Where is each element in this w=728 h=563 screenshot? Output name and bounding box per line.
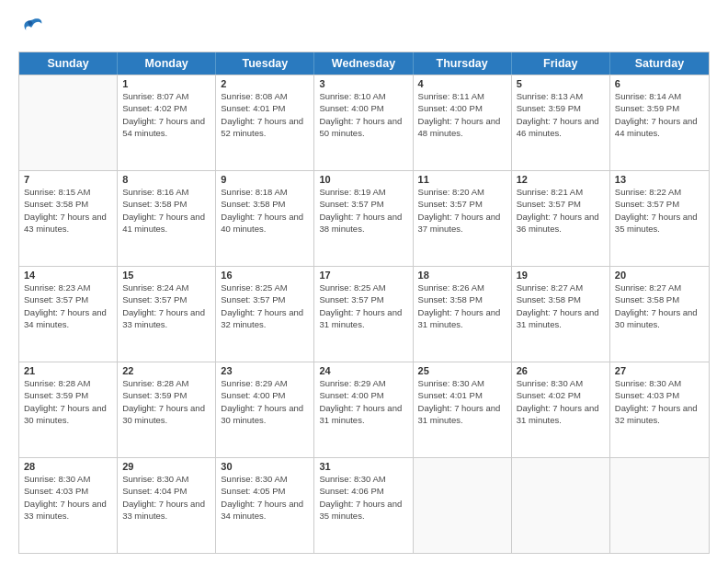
calendar-cell-14: 14Sunrise: 8:23 AMSunset: 3:57 PMDayligh… [19, 267, 118, 362]
cell-day-number: 17 [319, 270, 407, 281]
cell-info: Sunrise: 8:25 AMSunset: 3:57 PMDaylight:… [221, 282, 309, 330]
cell-day-number: 23 [221, 365, 309, 376]
cell-day-number: 2 [221, 78, 309, 89]
cell-info: Sunrise: 8:28 AMSunset: 3:59 PMDaylight:… [24, 377, 112, 426]
header-day-thursday: Thursday [414, 52, 512, 75]
cell-day-number: 9 [221, 174, 309, 185]
cell-info: Sunrise: 8:28 AMSunset: 3:59 PMDaylight:… [122, 377, 210, 426]
cell-day-number: 21 [24, 365, 112, 376]
calendar-cell-23: 23Sunrise: 8:29 AMSunset: 4:00 PMDayligh… [216, 362, 314, 457]
calendar-row-3: 21Sunrise: 8:28 AMSunset: 3:59 PMDayligh… [19, 362, 709, 457]
cell-day-number: 12 [517, 174, 605, 185]
cell-day-number: 11 [418, 174, 506, 185]
cell-day-number: 29 [122, 461, 210, 472]
calendar-cell-7: 7Sunrise: 8:15 AMSunset: 3:58 PMDaylight… [19, 171, 118, 266]
cell-day-number: 25 [418, 365, 506, 376]
cell-info: Sunrise: 8:19 AMSunset: 3:57 PMDaylight:… [319, 186, 407, 235]
cell-info: Sunrise: 8:08 AMSunset: 4:01 PMDaylight:… [221, 90, 309, 139]
cell-info: Sunrise: 8:07 AMSunset: 4:02 PMDaylight:… [122, 90, 210, 139]
calendar-cell-20: 20Sunrise: 8:27 AMSunset: 3:58 PMDayligh… [610, 267, 709, 362]
cell-info: Sunrise: 8:16 AMSunset: 3:58 PMDaylight:… [122, 186, 210, 235]
cell-day-number: 30 [221, 461, 309, 472]
cell-info: Sunrise: 8:20 AMSunset: 3:57 PMDaylight:… [418, 186, 506, 235]
cell-day-number: 10 [319, 174, 407, 185]
cell-info: Sunrise: 8:10 AMSunset: 4:00 PMDaylight:… [319, 90, 407, 139]
cell-day-number: 7 [24, 174, 112, 185]
calendar-cell-4: 4Sunrise: 8:11 AMSunset: 4:00 PMDaylight… [414, 75, 512, 170]
calendar-cell-16: 16Sunrise: 8:25 AMSunset: 3:57 PMDayligh… [216, 267, 314, 362]
cell-info: Sunrise: 8:29 AMSunset: 4:00 PMDaylight:… [221, 377, 309, 426]
calendar-cell-15: 15Sunrise: 8:24 AMSunset: 3:57 PMDayligh… [118, 267, 216, 362]
calendar-cell-13: 13Sunrise: 8:22 AMSunset: 3:57 PMDayligh… [610, 171, 709, 266]
cell-day-number: 27 [615, 365, 704, 376]
calendar-row-0: 1Sunrise: 8:07 AMSunset: 4:02 PMDaylight… [19, 75, 709, 170]
cell-info: Sunrise: 8:14 AMSunset: 3:59 PMDaylight:… [615, 90, 704, 139]
cell-day-number: 13 [615, 174, 704, 185]
calendar-cell-28: 28Sunrise: 8:30 AMSunset: 4:03 PMDayligh… [19, 458, 118, 553]
cell-day-number: 16 [221, 270, 309, 281]
calendar-cell-27: 27Sunrise: 8:30 AMSunset: 4:03 PMDayligh… [610, 362, 709, 457]
cell-day-number: 3 [319, 78, 407, 89]
calendar-cell-24: 24Sunrise: 8:29 AMSunset: 4:00 PMDayligh… [314, 362, 413, 457]
cell-info: Sunrise: 8:30 AMSunset: 4:05 PMDaylight:… [221, 473, 309, 522]
header-day-saturday: Saturday [610, 52, 709, 75]
header-day-monday: Monday [118, 52, 216, 75]
calendar-cell-17: 17Sunrise: 8:25 AMSunset: 3:57 PMDayligh… [314, 267, 413, 362]
calendar-body: 1Sunrise: 8:07 AMSunset: 4:02 PMDaylight… [19, 75, 709, 553]
cell-day-number: 8 [122, 174, 210, 185]
page: SundayMondayTuesdayWednesdayThursdayFrid… [0, 0, 728, 563]
header-day-friday: Friday [512, 52, 610, 75]
calendar-cell-9: 9Sunrise: 8:18 AMSunset: 3:58 PMDaylight… [216, 171, 314, 266]
calendar-cell-empty [610, 458, 709, 553]
calendar-cell-31: 31Sunrise: 8:30 AMSunset: 4:06 PMDayligh… [314, 458, 413, 553]
cell-info: Sunrise: 8:24 AMSunset: 3:57 PMDaylight:… [122, 282, 210, 330]
cell-info: Sunrise: 8:27 AMSunset: 3:58 PMDaylight:… [517, 282, 605, 330]
cell-info: Sunrise: 8:26 AMSunset: 3:58 PMDaylight:… [418, 282, 506, 330]
header-day-wednesday: Wednesday [314, 52, 413, 75]
cell-info: Sunrise: 8:29 AMSunset: 4:00 PMDaylight:… [319, 377, 407, 426]
cell-day-number: 1 [122, 78, 210, 89]
cell-info: Sunrise: 8:13 AMSunset: 3:59 PMDaylight:… [517, 90, 605, 139]
cell-info: Sunrise: 8:21 AMSunset: 3:57 PMDaylight:… [517, 186, 605, 235]
logo-icon [18, 15, 44, 40]
calendar-cell-11: 11Sunrise: 8:20 AMSunset: 3:57 PMDayligh… [414, 171, 512, 266]
cell-day-number: 15 [122, 270, 210, 281]
cell-day-number: 24 [319, 365, 407, 376]
calendar-row-1: 7Sunrise: 8:15 AMSunset: 3:58 PMDaylight… [19, 170, 709, 266]
cell-info: Sunrise: 8:30 AMSunset: 4:03 PMDaylight:… [24, 473, 112, 522]
cell-day-number: 28 [24, 461, 112, 472]
calendar-cell-8: 8Sunrise: 8:16 AMSunset: 3:58 PMDaylight… [118, 171, 216, 266]
cell-day-number: 5 [517, 78, 605, 89]
calendar-cell-29: 29Sunrise: 8:30 AMSunset: 4:04 PMDayligh… [118, 458, 216, 553]
header-day-tuesday: Tuesday [216, 52, 314, 75]
calendar-cell-1: 1Sunrise: 8:07 AMSunset: 4:02 PMDaylight… [118, 75, 216, 170]
cell-info: Sunrise: 8:23 AMSunset: 3:57 PMDaylight:… [24, 282, 112, 330]
cell-day-number: 31 [319, 461, 407, 472]
calendar-cell-26: 26Sunrise: 8:30 AMSunset: 4:02 PMDayligh… [512, 362, 610, 457]
cell-info: Sunrise: 8:30 AMSunset: 4:04 PMDaylight:… [122, 473, 210, 522]
calendar-cell-6: 6Sunrise: 8:14 AMSunset: 3:59 PMDaylight… [610, 75, 709, 170]
calendar-header: SundayMondayTuesdayWednesdayThursdayFrid… [19, 52, 709, 75]
header-day-sunday: Sunday [19, 52, 118, 75]
cell-day-number: 14 [24, 270, 112, 281]
cell-day-number: 18 [418, 270, 506, 281]
cell-day-number: 22 [122, 365, 210, 376]
cell-day-number: 26 [517, 365, 605, 376]
calendar-row-2: 14Sunrise: 8:23 AMSunset: 3:57 PMDayligh… [19, 266, 709, 362]
calendar-cell-empty [19, 75, 118, 170]
calendar-cell-21: 21Sunrise: 8:28 AMSunset: 3:59 PMDayligh… [19, 362, 118, 457]
calendar-cell-2: 2Sunrise: 8:08 AMSunset: 4:01 PMDaylight… [216, 75, 314, 170]
cell-day-number: 20 [615, 270, 704, 281]
calendar-cell-10: 10Sunrise: 8:19 AMSunset: 3:57 PMDayligh… [314, 171, 413, 266]
logo [18, 15, 46, 44]
cell-day-number: 4 [418, 78, 506, 89]
calendar-cell-5: 5Sunrise: 8:13 AMSunset: 3:59 PMDaylight… [512, 75, 610, 170]
calendar-cell-30: 30Sunrise: 8:30 AMSunset: 4:05 PMDayligh… [216, 458, 314, 553]
calendar-row-4: 28Sunrise: 8:30 AMSunset: 4:03 PMDayligh… [19, 457, 709, 553]
cell-info: Sunrise: 8:11 AMSunset: 4:00 PMDaylight:… [418, 90, 506, 139]
cell-info: Sunrise: 8:15 AMSunset: 3:58 PMDaylight:… [24, 186, 112, 235]
header [18, 15, 710, 44]
calendar-cell-22: 22Sunrise: 8:28 AMSunset: 3:59 PMDayligh… [118, 362, 216, 457]
cell-info: Sunrise: 8:30 AMSunset: 4:06 PMDaylight:… [319, 473, 407, 522]
calendar-cell-19: 19Sunrise: 8:27 AMSunset: 3:58 PMDayligh… [512, 267, 610, 362]
